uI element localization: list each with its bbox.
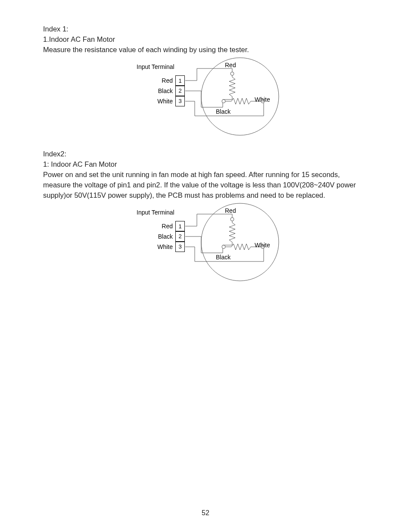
input-terminal-label: Input Terminal [137, 209, 174, 216]
terminal-row: Black 2 [155, 86, 185, 96]
section2-instruction-l1: Power on and set the unit running in fan… [43, 169, 368, 180]
terminal-row: White 3 [155, 96, 185, 106]
terminal-row: Red 1 [155, 221, 185, 231]
terminal-number-cell: 3 [175, 242, 185, 252]
terminal-color-label: White [155, 98, 175, 105]
document-page: Index 1: 1.Indoor AC Fan Motor Measure t… [0, 0, 411, 281]
terminal-number-cell: 2 [175, 86, 185, 96]
terminal-number-cell: 3 [175, 96, 185, 106]
diagram2-container: Input Terminal Red 1 Black 2 White 3 [43, 204, 368, 281]
page-number: 52 [0, 509, 411, 517]
terminal-number-cell: 1 [175, 75, 185, 86]
terminal-color-label: White [155, 243, 175, 250]
section1-instruction: Measure the resistance value of each win… [43, 44, 368, 55]
terminal-row: Black 2 [155, 231, 185, 242]
svg-point-5 [230, 218, 234, 221]
terminal-number-cell: 1 [175, 221, 185, 231]
section2-instruction-l2: measure the voltage of pin1 and pin2. If… [43, 180, 368, 190]
terminal-row: Red 1 [155, 75, 185, 86]
section2-heading: Index2: [43, 149, 368, 159]
input-terminal-label: Input Terminal [137, 63, 174, 70]
diagram1-container: Input Terminal Red 1 Black 2 White 3 [43, 58, 368, 136]
terminal-color-label: Black [155, 233, 175, 240]
terminal-table: Red 1 Black 2 White 3 [155, 75, 185, 106]
node-label-black: Black [216, 254, 230, 261]
terminal-table: Red 1 Black 2 White 3 [155, 221, 185, 252]
svg-point-1 [230, 72, 234, 75]
section1-heading: Index 1: [43, 24, 368, 34]
terminal-color-label: Red [155, 223, 175, 230]
svg-point-6 [222, 245, 225, 249]
motor-winding-diagram: Input Terminal Red 1 Black 2 White 3 [128, 58, 283, 136]
node-label-white: White [255, 242, 270, 249]
node-label-black: Black [216, 108, 230, 115]
section2-instruction-l3: supply)or 50V(115V power supply), the PC… [43, 190, 368, 200]
section2-subheading: 1: Indoor AC Fan Motor [43, 159, 368, 169]
motor-winding-diagram: Input Terminal Red 1 Black 2 White 3 [128, 204, 283, 281]
node-label-white: White [255, 96, 270, 103]
node-label-red: Red [225, 62, 236, 68]
svg-point-2 [222, 100, 225, 103]
terminal-row: White 3 [155, 242, 185, 252]
terminal-number-cell: 2 [175, 231, 185, 242]
terminal-color-label: Black [155, 87, 175, 94]
node-label-red: Red [225, 207, 236, 214]
terminal-color-label: Red [155, 77, 175, 84]
section1-subheading: 1.Indoor AC Fan Motor [43, 34, 368, 44]
